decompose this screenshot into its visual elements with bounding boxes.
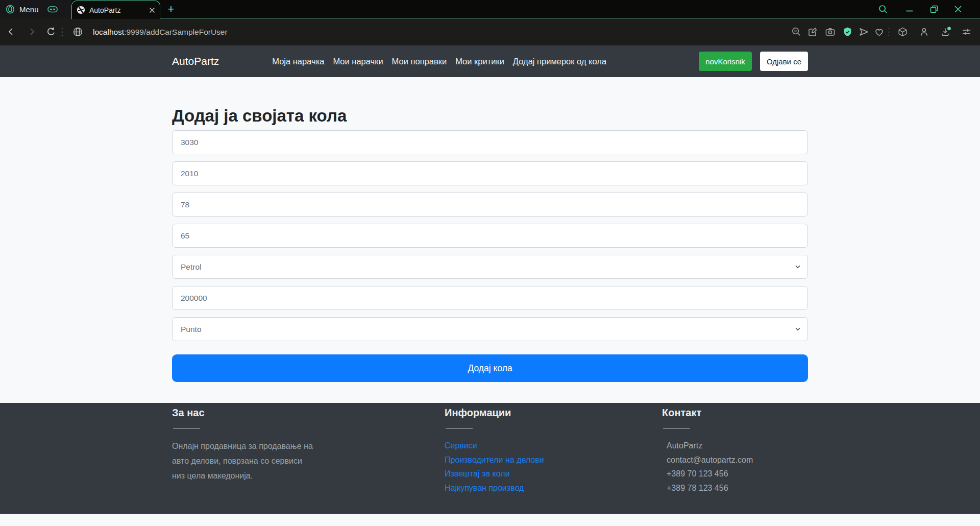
- footer-link-proizvoditeli[interactable]: Производители на делови: [445, 453, 554, 467]
- browser-menu-button[interactable]: Menu: [5, 4, 39, 14]
- nav-buttons: novKorisnik Одјави се: [699, 52, 808, 71]
- shield-check-icon[interactable]: [842, 27, 853, 37]
- extensions-cube-icon[interactable]: [897, 27, 908, 37]
- footer-contact-lines: AutoPartz contact@autopartz.com +389 70 …: [662, 439, 795, 495]
- window-close-icon[interactable]: [953, 4, 963, 14]
- footer-link-izvestaj[interactable]: Извештај за коли: [445, 467, 554, 481]
- brand-link[interactable]: AutoPartz: [172, 55, 219, 67]
- browser-tab-autopartz[interactable]: AutoPartz: [71, 1, 160, 19]
- my-flow-icon[interactable]: [859, 27, 869, 37]
- bookmark-heart-icon[interactable]: [874, 27, 885, 37]
- fuel-select[interactable]: Petrol: [172, 255, 808, 279]
- nav-link-moi-kritiki[interactable]: Мои критики: [455, 57, 504, 66]
- downloads-icon[interactable]: [940, 27, 951, 37]
- window-minimize-icon[interactable]: [904, 4, 915, 14]
- profile-icon[interactable]: [919, 27, 929, 37]
- window-search-icon[interactable]: [878, 4, 888, 14]
- browser-menu-label: Menu: [19, 5, 39, 14]
- zoom-out-icon[interactable]: [791, 27, 802, 37]
- footer-about-column: За нас Онлајн продавница за продавање на…: [172, 407, 325, 483]
- model-select[interactable]: Punto: [172, 317, 808, 341]
- url-host: localhost: [93, 28, 124, 36]
- separator-dots-icon: [61, 28, 63, 37]
- add-car-submit-button[interactable]: Додај кола: [172, 354, 808, 382]
- logout-button[interactable]: Одјави се: [760, 52, 808, 71]
- footer-about-title: За нас: [172, 407, 325, 419]
- footer-info-column: Информации Сервиси Производители на дело…: [445, 407, 554, 495]
- tab-close-icon[interactable]: [149, 7, 155, 13]
- nav-links: Моја нарачка Мои нарачки Мои поправки Мо…: [272, 57, 606, 66]
- tab-title: AutoPartz: [89, 6, 149, 14]
- browser-menu-panel: Menu: [0, 0, 71, 18]
- pinboards-icon[interactable]: [807, 27, 818, 37]
- site-navbar: AutoPartz Моја нарачка Мои нарачки Мои п…: [0, 45, 980, 77]
- form-input-3[interactable]: [172, 193, 808, 217]
- footer-link-servisi[interactable]: Сервиси: [445, 439, 554, 453]
- footer-info-title: Информации: [445, 407, 554, 419]
- opera-logo-icon: [5, 4, 15, 14]
- main-content: Додај ја својата кола Petrol Punto: [0, 77, 980, 403]
- nav-link-moi-naracki[interactable]: Мои нарачки: [333, 57, 383, 66]
- tab-favicon-globe-icon: [77, 6, 85, 14]
- footer-link-najkupuvan[interactable]: Најкупуван производ: [445, 481, 554, 495]
- footer-info-links: Сервиси Производители на делови Извештај…: [445, 439, 554, 495]
- user-button[interactable]: novKorisnik: [699, 52, 752, 71]
- window-maximize-icon[interactable]: [929, 4, 939, 14]
- back-icon[interactable]: [6, 27, 16, 37]
- gx-gamepad-icon[interactable]: [47, 4, 58, 14]
- footer-contact-title: Контакт: [662, 407, 795, 419]
- form-input-2[interactable]: [172, 161, 808, 185]
- site-footer: За нас Онлајн продавница за продавање на…: [0, 403, 980, 514]
- footer-divider: [663, 428, 690, 429]
- snapshot-camera-icon[interactable]: [825, 27, 836, 37]
- footer-divider: [446, 428, 473, 429]
- footer-divider: [173, 428, 200, 429]
- footer-contact-phone-2: +389 78 123 456: [667, 481, 795, 495]
- form-input-1[interactable]: [172, 130, 808, 154]
- footer-contact-email: contact@autopartz.com: [667, 453, 795, 467]
- footer-contact-name: AutoPartz: [667, 439, 795, 453]
- add-car-form: Petrol Punto Додај кола: [172, 130, 808, 382]
- form-input-4[interactable]: [172, 224, 808, 248]
- nav-link-moi-popravki[interactable]: Мои поправки: [392, 57, 447, 66]
- url-path: :9999/addCarSampleForUser: [124, 28, 227, 36]
- nav-link-dodaj-primerok[interactable]: Додај примерок од кола: [513, 57, 606, 66]
- site-globe-icon[interactable]: [72, 27, 83, 37]
- nav-link-moja-naracka[interactable]: Моја нарачка: [272, 57, 324, 66]
- page-title: Додај ја својата кола: [172, 106, 808, 126]
- easy-setup-sliders-icon[interactable]: [961, 27, 972, 37]
- footer-contact-column: Контакт AutoPartz contact@autopartz.com …: [662, 407, 795, 495]
- footer-about-text: Онлајн продавница за продавање на авто д…: [172, 439, 315, 483]
- separator-dots-icon: [888, 28, 890, 37]
- reload-icon[interactable]: [46, 27, 56, 37]
- browser-tab-strip: Menu AutoPartz +: [0, 0, 980, 18]
- form-input-5[interactable]: [172, 286, 808, 310]
- url-field[interactable]: localhost:9999/addCarSampleForUser: [93, 18, 228, 45]
- new-tab-button[interactable]: +: [163, 0, 179, 18]
- forward-icon[interactable]: [27, 27, 37, 37]
- browser-address-bar: localhost:9999/addCarSampleForUser: [0, 18, 980, 45]
- footer-contact-phone-1: +389 70 123 456: [667, 467, 795, 481]
